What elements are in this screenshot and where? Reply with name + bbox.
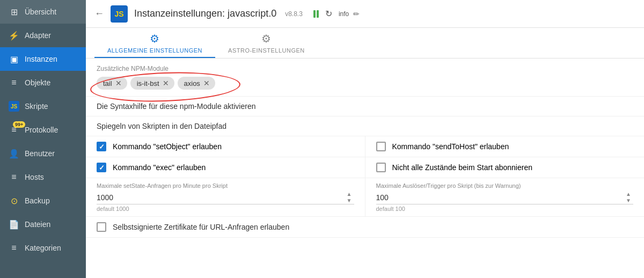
adapter-logo: JS xyxy=(111,5,128,23)
auslöser-input[interactable] xyxy=(376,191,624,204)
auslöser-stepper: ▲ ▼ xyxy=(624,191,633,204)
chip-is-it-bst-remove[interactable]: ✕ xyxy=(162,79,170,87)
setstate-field: ▲ ▼ xyxy=(97,191,354,204)
tab-astro[interactable]: ⚙ ASTRO-EINSTELLUNGEN xyxy=(215,28,318,58)
sidebar-item-label: Objekte xyxy=(25,78,50,87)
checkbox-zertifikate[interactable] xyxy=(97,222,106,232)
page-title: Instanzeinstellungen: javascript.0 xyxy=(134,8,276,19)
sidebar-item-hosts[interactable]: ≡ Hosts xyxy=(0,165,86,189)
zertifikate-label: Selbstsignierte Zertifikate für URL-Anfr… xyxy=(113,223,633,231)
header-actions: ↻ info ✏ xyxy=(313,6,360,21)
tab-astro-label: ASTRO-EINSTELLUNGEN xyxy=(228,47,305,54)
protokolle-badge: 99+ xyxy=(13,121,25,128)
tab-allgemeine-icon: ⚙ xyxy=(150,32,160,45)
info-button[interactable]: info xyxy=(339,10,349,18)
sendtohost-label: Kommando "sendToHost" erlauben xyxy=(392,142,509,151)
sidebar-item-protokolle[interactable]: 99+ ≡ Protokolle xyxy=(0,118,86,142)
sidebar-item-label: Adapter xyxy=(25,31,51,40)
checkbox-setobject[interactable]: ✓ xyxy=(97,142,106,151)
setstate-default-hint: default 1000 xyxy=(97,206,354,212)
sidebar-item-skripte[interactable]: JS Skripte xyxy=(0,94,86,118)
col-sendtohost: Kommando "sendToHost" erlauben xyxy=(365,136,645,157)
instanzen-icon: ▣ xyxy=(9,54,19,64)
sidebar-item-label: Dateien xyxy=(25,220,50,229)
chip-axios-label: axios xyxy=(184,79,200,87)
edit-button[interactable]: ✏ xyxy=(353,10,360,18)
col-auslöser: Maximale Auslöser/Trigger pro Skript (bi… xyxy=(365,178,645,216)
tab-astro-icon: ⚙ xyxy=(261,32,272,45)
kategorien-icon: ≡ xyxy=(9,243,19,253)
mirror-label: Spiegeln von Skripten in den Dateipfad xyxy=(97,122,633,130)
sidebar-item-label: Benutzer xyxy=(25,149,55,158)
setobject-label: Kommando "setObject" erlauben xyxy=(113,142,222,151)
mirror-section: Spiegeln von Skripten in den Dateipfad xyxy=(86,116,644,136)
sidebar-item-adapter[interactable]: ⚡ Adapter xyxy=(0,24,86,47)
setstate-stepper: ▲ ▼ xyxy=(345,191,354,204)
auslöser-up[interactable]: ▲ xyxy=(624,191,633,197)
setstate-input[interactable] xyxy=(97,191,345,204)
version-badge: v8.8.3 xyxy=(285,10,303,18)
checkbox-zustande[interactable] xyxy=(376,163,386,172)
npm-section: Zusätzliche NPM-Module tail ✕ is-it-bst … xyxy=(86,58,644,97)
sidebar-item-label: Skripte xyxy=(25,102,48,111)
setstate-field-label: Maximale setState-Anfragen pro Minute pr… xyxy=(97,182,354,189)
col-exec: ✓ Kommando "exec" erlauben xyxy=(86,157,365,178)
chip-tail-remove[interactable]: ✕ xyxy=(114,79,123,87)
sidebar-item-label: Hosts xyxy=(25,173,44,181)
chip-tail-label: tail xyxy=(103,79,112,87)
chip-is-it-bst: is-it-bst ✕ xyxy=(130,77,174,90)
header: ← JS Instanzeinstellungen: javascript.0 … xyxy=(86,0,644,28)
row-setobject-sendtohost: ✓ Kommando "setObject" erlauben Kommando… xyxy=(86,136,644,157)
col-zustande: Nicht alle Zustände beim Start abonniere… xyxy=(365,157,645,178)
sidebar-item-benutzer[interactable]: 👤 Benutzer xyxy=(0,142,86,165)
sidebar-item-kategorien[interactable]: ≡ Kategorien xyxy=(0,236,86,260)
tab-allgemeine[interactable]: ⚙ ALLGEMEINE EINSTELLUNGEN xyxy=(94,28,215,58)
col-setobject: ✓ Kommando "setObject" erlauben xyxy=(86,136,365,157)
skripte-icon: JS xyxy=(9,101,19,112)
syntax-section: Die Syntaxhilfe für diese npm-Module akt… xyxy=(86,97,644,116)
auslöser-down[interactable]: ▼ xyxy=(624,197,633,204)
objekte-icon: ≡ xyxy=(9,77,19,88)
auslöser-default-hint: default 100 xyxy=(376,206,634,212)
grid-icon: ⊞ xyxy=(9,6,19,17)
sidebar-item-backup[interactable]: ⊙ Backup xyxy=(0,189,86,213)
row-zertifikate: Selbstsignierte Zertifikate für URL-Anfr… xyxy=(86,217,644,238)
sidebar-item-label: Protokolle xyxy=(25,126,58,134)
setstate-down[interactable]: ▼ xyxy=(345,197,354,204)
chip-axios: axios ✕ xyxy=(178,77,215,90)
sidebar-item-ubersicht[interactable]: ⊞ Übersicht xyxy=(0,0,86,24)
hosts-icon: ≡ xyxy=(9,172,19,182)
sidebar-item-instanzen[interactable]: ▣ Instanzen xyxy=(0,47,86,71)
adapter-icon: ⚡ xyxy=(9,30,19,41)
back-button[interactable]: ← xyxy=(94,8,104,19)
syntax-label: Die Syntaxhilfe für diese npm-Module akt… xyxy=(97,102,633,111)
benutzer-icon: 👤 xyxy=(9,148,19,159)
checkbox-sendtohost[interactable] xyxy=(376,142,386,151)
sidebar-item-label: Instanzen xyxy=(25,55,57,63)
setstate-up[interactable]: ▲ xyxy=(345,191,354,197)
sidebar-item-label: Übersicht xyxy=(25,8,56,16)
sidebar-item-label: Kategorien xyxy=(25,244,61,252)
col-setstate: Maximale setState-Anfragen pro Minute pr… xyxy=(86,178,365,216)
chip-is-it-bst-label: is-it-bst xyxy=(137,79,159,87)
pause-button[interactable] xyxy=(313,10,319,18)
sidebar-item-label: Backup xyxy=(25,196,50,205)
npm-section-label: Zusätzliche NPM-Module xyxy=(97,65,633,72)
sidebar-item-objekte[interactable]: ≡ Objekte xyxy=(0,71,86,94)
row-exec-zustande: ✓ Kommando "exec" erlauben Nicht alle Zu… xyxy=(86,157,644,178)
sidebar: ⊞ Übersicht ⚡ Adapter ▣ Instanzen ≡ Obje… xyxy=(0,0,86,278)
chips-container: tail ✕ is-it-bst ✕ axios ✕ xyxy=(97,77,633,90)
exec-label: Kommando "exec" erlauben xyxy=(113,163,206,172)
row-number-fields: Maximale setState-Anfragen pro Minute pr… xyxy=(86,178,644,217)
sidebar-item-dateien[interactable]: 📄 Dateien xyxy=(0,213,86,236)
chip-axios-remove[interactable]: ✕ xyxy=(202,79,211,87)
tabs-bar: ⚙ ALLGEMEINE EINSTELLUNGEN ⚙ ASTRO-EINST… xyxy=(86,28,644,58)
dateien-icon: 📄 xyxy=(9,219,19,230)
main-panel: ← JS Instanzeinstellungen: javascript.0 … xyxy=(86,0,644,278)
auslöser-field-label: Maximale Auslöser/Trigger pro Skript (bi… xyxy=(376,182,634,189)
refresh-button[interactable]: ↻ xyxy=(323,6,334,21)
zustande-label: Nicht alle Zustände beim Start abonniere… xyxy=(392,163,532,172)
auslöser-field: ▲ ▼ xyxy=(376,191,634,204)
backup-icon: ⊙ xyxy=(9,195,19,206)
checkbox-exec[interactable]: ✓ xyxy=(97,163,106,172)
